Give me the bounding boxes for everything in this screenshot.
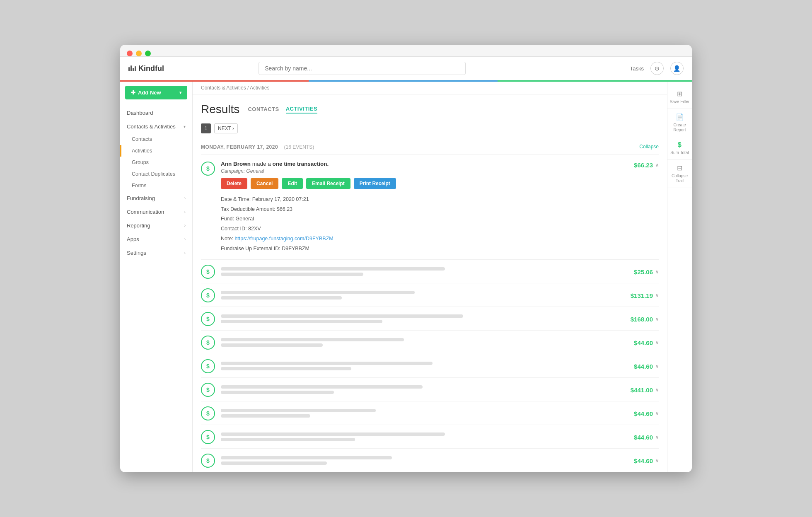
chevron-right-icon: › (184, 196, 186, 201)
sidebar-item-contacts-activities[interactable]: Contacts & Activities ▾ (120, 120, 192, 133)
collapse-link[interactable]: Collapse (639, 144, 659, 150)
sidebar-item-communication[interactable]: Communication › (120, 205, 192, 219)
email-receipt-button[interactable]: Email Receipt (306, 178, 350, 189)
maximize-dot[interactable] (145, 51, 151, 56)
save-filter-button[interactable]: ⊞ Save Filter (667, 86, 692, 109)
sidebar-item-contact-duplicates[interactable]: Contact Duplicates (120, 168, 192, 180)
chevron-up-icon: ∧ (655, 162, 659, 168)
print-receipt-button[interactable]: Print Receipt (354, 178, 396, 189)
next-page-button[interactable]: NEXT › (214, 123, 238, 133)
page-number-1[interactable]: 1 (201, 123, 211, 133)
activities-list: MONDAY, FEBRUARY 17, 2020 (16 EVENTS) Co… (193, 137, 667, 473)
sidebar-item-forms[interactable]: Forms (120, 180, 192, 191)
chevron-down-icon-8: ∨ (655, 411, 659, 416)
tax-label: Tax Deductible Amount: (221, 206, 275, 212)
placeholder-5 (221, 338, 628, 347)
add-new-arrow: ▾ (179, 90, 181, 95)
activity-details: Date & Time: February 17, 2020 07:21 Tax… (221, 195, 628, 254)
chevron-down-icon-10: ∨ (655, 458, 659, 464)
activity-content-first: Ann Brown made a one time transaction. C… (221, 161, 628, 254)
header-icon-clock[interactable]: ⊙ (650, 62, 664, 75)
chevron-right-icon3: › (184, 223, 186, 228)
sidebar-item-reporting[interactable]: Reporting › (120, 219, 192, 232)
datetime-value: February 17, 2020 07:21 (252, 196, 309, 202)
activity-action: made a (252, 161, 273, 167)
collapse-trail-icon: ⊟ (677, 164, 682, 172)
chevron-down-icon-4: ∨ (655, 316, 659, 322)
activity-icon-10: $ (201, 454, 215, 468)
tab-activities[interactable]: ACTIVITIES (286, 105, 318, 114)
amount-10: $44.60 ∨ (634, 457, 659, 464)
activity-icon-3: $ (201, 288, 215, 302)
sidebar-item-apps[interactable]: Apps › (120, 232, 192, 246)
delete-button[interactable]: Delete (221, 178, 247, 189)
date-group-header: MONDAY, FEBRUARY 17, 2020 (16 EVENTS) Co… (201, 137, 659, 155)
datetime-label: Date & Time: (221, 196, 251, 202)
placeholder-6 (221, 362, 628, 370)
contact-label: Contact ID: (221, 226, 247, 232)
tab-contacts[interactable]: CONTACTS (248, 105, 279, 113)
activity-icon-4: $ (201, 312, 215, 326)
activity-icon-2: $ (201, 265, 215, 279)
collapse-trail-button[interactable]: ⊟ Collapse Trail (667, 160, 692, 188)
activity-icon-5: $ (201, 336, 215, 350)
note-value[interactable]: https://frupage.funstaging.com/D9FYBBZM (234, 236, 333, 242)
activity-item-7: $ $441.00 ∨ (201, 378, 659, 401)
activity-item-4: $ $168.00 ∨ (201, 307, 659, 331)
amount-3: $131.19 ∨ (631, 292, 659, 299)
amount-8: $44.60 ∨ (634, 410, 659, 417)
external-label: Fundraise Up External ID: (221, 246, 280, 251)
logo-icon (128, 65, 136, 71)
minimize-dot[interactable] (136, 51, 142, 56)
activity-actions: Delete Cancel Edit Email Receipt Print R… (221, 178, 628, 189)
save-filter-icon: ⊞ (677, 90, 682, 98)
date-group-info: MONDAY, FEBRUARY 17, 2020 (16 EVENTS) (201, 143, 314, 150)
sidebar-item-dashboard[interactable]: Dashboard (120, 106, 192, 120)
placeholder-9 (221, 432, 628, 441)
activity-description: Ann Brown made a one time transaction. (221, 161, 628, 167)
chevron-down-icon-2: ∨ (655, 269, 659, 275)
sidebar-item-fundraising[interactable]: Fundraising › (120, 191, 192, 205)
app-window: Kindful Tasks ⊙ 👤 ✚ Add New ▾ Dashboard … (120, 45, 692, 473)
placeholder-10 (221, 456, 628, 465)
amount-9: $44.60 ∨ (634, 434, 659, 441)
save-filter-label: Save Filter (670, 99, 690, 104)
activity-item-first: $ Ann Brown made a one time transaction.… (201, 155, 659, 260)
chevron-down-icon-7: ∨ (655, 387, 659, 393)
edit-button[interactable]: Edit (282, 178, 303, 189)
search-input[interactable] (259, 62, 466, 75)
activity-person[interactable]: Ann Brown (221, 161, 251, 167)
fund-label: Fund: (221, 216, 234, 222)
activity-item-6: $ $44.60 ∨ (201, 354, 659, 378)
close-dot[interactable] (127, 51, 133, 56)
amount-2: $25.06 ∨ (634, 268, 659, 275)
cancel-button[interactable]: Cancel (251, 178, 278, 189)
results-header: Results CONTACTS ACTIVITIES (193, 94, 667, 120)
activity-icon-6: $ (201, 359, 215, 373)
detail-contact: Contact ID: 82XV (221, 224, 628, 234)
activity-item-3: $ $131.19 ∨ (201, 283, 659, 307)
sidebar: ✚ Add New ▾ Dashboard Contacts & Activit… (120, 82, 193, 473)
sum-total-button[interactable]: $ Sum Total (667, 137, 692, 160)
titlebar (120, 45, 692, 57)
tasks-button[interactable]: Tasks (630, 65, 644, 72)
sidebar-item-groups[interactable]: Groups (120, 157, 192, 168)
chevron-down-icon-3: ∨ (655, 293, 659, 298)
add-new-button[interactable]: ✚ Add New ▾ (125, 86, 187, 99)
activity-dollar-icon: $ (201, 162, 215, 176)
sidebar-item-settings[interactable]: Settings › (120, 246, 192, 260)
amount-4: $168.00 ∨ (631, 316, 659, 323)
activity-type: one time transaction. (273, 161, 329, 167)
chevron-right-icon4: › (184, 237, 186, 242)
note-label: Note: (221, 236, 233, 242)
logo: Kindful (128, 64, 164, 73)
placeholder-8 (221, 409, 628, 418)
sidebar-item-activities[interactable]: Activities (120, 145, 192, 157)
chevron-right-icon5: › (184, 251, 186, 255)
add-new-label: Add New (138, 89, 161, 96)
header-icon-user[interactable]: 👤 (670, 62, 684, 75)
create-report-button[interactable]: 📄 Create Report (667, 109, 692, 137)
sidebar-item-contacts[interactable]: Contacts (120, 133, 192, 145)
activity-amount-first: $66.23 ∧ (634, 162, 659, 169)
header-right: Tasks ⊙ 👤 (630, 62, 684, 75)
